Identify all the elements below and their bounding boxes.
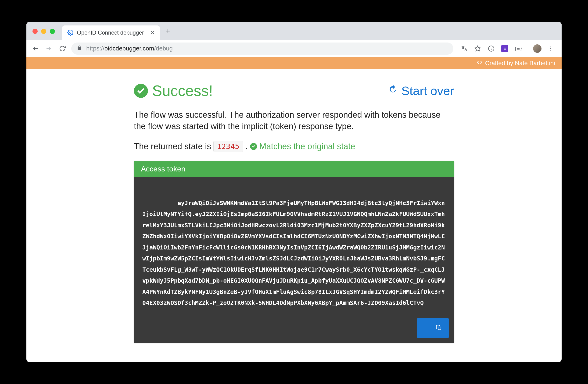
info-icon[interactable]: [487, 44, 495, 53]
start-over-label: Start over: [401, 84, 454, 98]
refresh-icon: [387, 84, 398, 98]
token-body: eyJraWQiOiJvSWNKNmdVa1ItSl9Pa3FjeUMyTHpB…: [134, 177, 454, 343]
new-tab-button[interactable]: ＋: [164, 26, 171, 36]
start-over-link[interactable]: Start over: [387, 84, 454, 98]
maximize-window-button[interactable]: [50, 29, 55, 34]
access-token-card: Access token eyJraWQiOiJvSWNKNmdVa1ItSl9…: [134, 161, 454, 343]
minimize-window-button[interactable]: [41, 29, 46, 34]
svg-rect-10: [438, 327, 441, 330]
state-value: 12345: [213, 141, 243, 152]
url-text: https://oidcdebugger.com/debug: [86, 45, 448, 52]
extension-icon[interactable]: E: [501, 44, 509, 53]
copy-icon: [424, 321, 442, 335]
check-circle-icon: [250, 143, 257, 150]
window-controls: [32, 29, 55, 34]
header-row: Success! Start over: [134, 82, 454, 100]
profile-avatar[interactable]: [533, 44, 542, 53]
success-heading: Success!: [134, 82, 213, 100]
address-bar: https://oidcdebugger.com/debug E {=}: [26, 40, 562, 57]
divider: [528, 45, 528, 53]
menu-icon[interactable]: [547, 44, 555, 53]
json-extension-icon[interactable]: {=}: [514, 44, 523, 53]
translate-icon[interactable]: [460, 44, 468, 53]
gear-icon: [67, 29, 74, 36]
svg-point-9: [550, 50, 551, 51]
success-label: Success!: [152, 82, 213, 100]
top-banner: Crafted by Nate Barbettini: [26, 57, 562, 69]
flow-description: The flow was successful. The authorizati…: [134, 109, 454, 132]
svg-marker-3: [475, 46, 480, 51]
check-circle-icon: [134, 84, 148, 98]
state-match: Matches the original state: [250, 141, 355, 151]
svg-point-8: [550, 48, 551, 49]
state-prefix: The returned state is: [134, 141, 211, 151]
reload-button[interactable]: [58, 44, 67, 53]
url-field[interactable]: https://oidcdebugger.com/debug: [71, 42, 453, 55]
bookmark-star-icon[interactable]: [473, 44, 482, 53]
token-card-header: Access token: [134, 161, 454, 177]
page-content: Success! Start over The flow was success…: [26, 69, 562, 362]
back-button[interactable]: [31, 44, 40, 53]
access-token-value[interactable]: eyJraWQiOiJvSWNKNmdVa1ItSl9Pa3FjeUMyTHpB…: [142, 200, 445, 306]
state-row: The returned state is 12345 . Matches th…: [134, 141, 454, 152]
tab-title: OpenID Connect debugger: [77, 29, 147, 36]
toolbar-icons: E {=}: [458, 44, 557, 53]
code-icon: [477, 60, 482, 67]
copy-button[interactable]: [417, 318, 449, 338]
forward-button[interactable]: [44, 44, 54, 53]
state-match-label: Matches the original state: [259, 141, 355, 151]
lock-icon: [77, 45, 82, 52]
browser-window: OpenID Connect debugger ✕ ＋ https://oidc…: [26, 22, 562, 362]
state-suffix: .: [245, 141, 248, 151]
close-tab-button[interactable]: ✕: [150, 29, 155, 36]
svg-point-0: [70, 32, 71, 34]
close-window-button[interactable]: [32, 29, 38, 34]
svg-point-7: [550, 46, 551, 47]
browser-tab[interactable]: OpenID Connect debugger ✕: [62, 25, 160, 40]
top-banner-label: Crafted by Nate Barbettini: [485, 60, 555, 67]
tab-bar: OpenID Connect debugger ✕ ＋: [26, 22, 562, 40]
